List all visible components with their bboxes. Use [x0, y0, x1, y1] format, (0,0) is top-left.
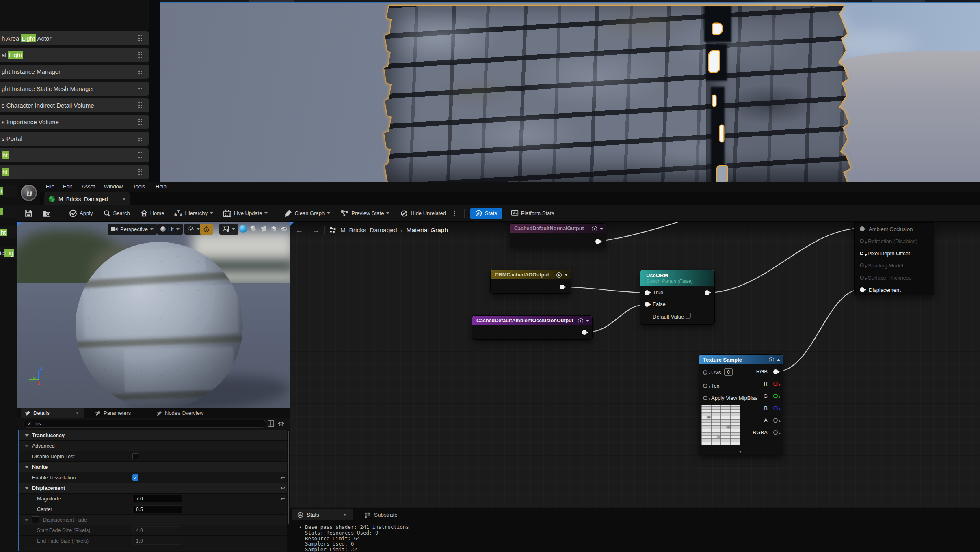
list-item[interactable]: s Importance Volume — [0, 115, 149, 129]
category-displacement-fade[interactable]: Displacement Fade — [19, 515, 289, 525]
category-displacement[interactable]: Displacement↩ — [19, 483, 289, 494]
pin-displacement[interactable] — [860, 287, 865, 292]
menu-file[interactable]: File — [46, 183, 54, 190]
save-button[interactable] — [25, 209, 32, 217]
input-pin-uvs[interactable] — [703, 370, 707, 375]
output-pin[interactable] — [705, 290, 710, 295]
drag-handle-icon[interactable] — [138, 85, 142, 93]
output-pin-a[interactable] — [773, 418, 778, 423]
clean-graph-dropdown[interactable]: Clean Graph — [284, 209, 330, 217]
output-pin-b[interactable] — [773, 406, 778, 410]
node-use-orm[interactable]: UseORM Switch Param (False) True False D… — [640, 270, 714, 324]
screenshot-dropdown[interactable] — [219, 224, 238, 235]
center-input[interactable]: 0.5 — [132, 505, 182, 513]
node-cached-default-ambient-occlusion-output[interactable]: CachedDefaultAmbientOcclusionOutput — [472, 316, 592, 339]
node-orm-cached-ao-output[interactable]: ORMCachedAOOutput — [491, 270, 571, 293]
clear-search-icon[interactable]: ✕ — [27, 421, 31, 427]
stats-toggle-button[interactable]: Stats — [470, 208, 502, 219]
reset-to-default-icon[interactable]: ↩ — [281, 496, 285, 502]
input-pin-true[interactable] — [645, 290, 649, 295]
category-advanced[interactable]: Advanced — [19, 441, 289, 451]
advanced-view-icon[interactable] — [592, 226, 597, 231]
disable-depth-test-checkbox[interactable] — [132, 453, 138, 459]
tab-substrate[interactable]: Substrate — [360, 509, 402, 520]
menu-asset[interactable]: Asset — [82, 183, 95, 190]
list-item-partial[interactable]: ht — [0, 226, 17, 238]
advanced-view-icon[interactable] — [578, 318, 583, 323]
list-item[interactable]: ht — [0, 148, 149, 162]
advanced-view-icon[interactable] — [556, 272, 562, 278]
home-button[interactable]: Home — [141, 210, 164, 217]
chevron-down-icon[interactable] — [565, 274, 568, 276]
material-preview-viewport[interactable]: Perspective Lit — [17, 222, 290, 408]
node-texture-sample[interactable]: Texture Sample UVs 0 Tex Apply View MipB… — [699, 355, 783, 455]
breadcrumb-asset[interactable]: M_Bricks_Damaged — [340, 226, 397, 234]
collapse-arrow-icon[interactable] — [25, 519, 29, 521]
drag-handle-icon[interactable] — [138, 51, 142, 59]
pin-pixel-depth-offset[interactable] — [860, 252, 863, 255]
drag-handle-icon[interactable] — [138, 101, 142, 109]
tab-details[interactable]: Details × — [21, 408, 84, 418]
list-item-partial[interactable]: ic Lig — [0, 247, 17, 259]
list-item[interactable]: h Area Light Actor — [0, 31, 149, 45]
overflow-menu-icon[interactable]: ⋮ — [452, 210, 458, 217]
lit-mode-dropdown[interactable]: Lit — [157, 224, 183, 235]
drag-handle-icon[interactable] — [138, 151, 142, 159]
scrollbar-thumb[interactable] — [288, 431, 289, 524]
preview-state-dropdown[interactable]: Preview State — [341, 210, 389, 217]
category-translucency[interactable]: Translucency — [19, 430, 289, 441]
drag-handle-icon[interactable] — [138, 168, 142, 176]
chevron-down-icon[interactable] — [586, 320, 589, 322]
advanced-view-icon[interactable] — [769, 357, 774, 362]
pin-surface-thickness[interactable] — [860, 276, 864, 280]
tab-stats[interactable]: Stats × — [292, 509, 353, 520]
reset-to-default-icon[interactable]: ↩ — [281, 474, 285, 481]
apply-button[interactable]: Apply — [69, 209, 93, 218]
pin-row-shading-model[interactable]: Shading Model — [855, 259, 934, 272]
menu-tools[interactable]: Tools — [133, 183, 145, 190]
browse-asset-button[interactable] — [42, 209, 51, 217]
hierarchy-dropdown[interactable]: Hierarchy — [174, 210, 213, 217]
input-pin-tex[interactable] — [703, 384, 707, 388]
tab-nodes-overview[interactable]: Nodes Overview — [152, 408, 208, 418]
preview-shape-cylinder-button[interactable] — [249, 225, 258, 233]
pin-ambient-occlusion[interactable] — [860, 226, 865, 231]
close-icon[interactable]: × — [76, 410, 79, 416]
preview-shape-custom-button[interactable] — [280, 225, 288, 233]
asset-tab[interactable]: M_Bricks_Damaged × — [44, 192, 130, 205]
output-pin[interactable] — [582, 330, 587, 335]
pin-row-ambient-occlusion[interactable]: Ambient Occlusion — [855, 223, 934, 235]
list-item[interactable]: ght Instance Manager — [0, 65, 149, 79]
pin-shading-model[interactable] — [860, 263, 864, 267]
collapse-arrow-icon[interactable] — [25, 445, 29, 447]
preview-shape-plane-button[interactable] — [260, 225, 268, 233]
details-scrollbar[interactable] — [287, 430, 290, 551]
list-item[interactable]: s Character Indirect Detail Volume — [0, 98, 149, 112]
hide-unrelated-button[interactable]: Hide Unrelated — [400, 210, 446, 217]
live-update-dropdown[interactable]: Live Update — [223, 209, 268, 217]
node-material-result[interactable]: Ambient Occlusion Refraction (Disabled) … — [855, 223, 934, 295]
preview-shape-cube-button[interactable] — [270, 225, 278, 233]
drag-handle-icon[interactable] — [138, 135, 142, 142]
tab-parameters[interactable]: Parameters — [91, 408, 135, 418]
preview-shape-sphere-button[interactable] — [239, 225, 248, 233]
selected-brick-wall-mesh[interactable] — [381, 6, 857, 182]
preview-state-active-button[interactable] — [200, 224, 213, 235]
close-icon[interactable]: × — [122, 196, 125, 202]
search-button[interactable]: Search — [104, 210, 130, 217]
category-nanite[interactable]: Nanite — [19, 462, 289, 472]
details-search-input[interactable]: ✕ dis — [23, 420, 266, 428]
forward-button[interactable]: → — [312, 226, 319, 235]
uvs-value-box[interactable]: 0 — [724, 368, 733, 376]
displacement-fade-checkbox[interactable] — [32, 516, 39, 523]
column-view-icon[interactable] — [268, 420, 274, 427]
chevron-up-icon[interactable] — [777, 359, 780, 361]
drag-handle-icon[interactable] — [138, 118, 142, 126]
list-item-partial[interactable] — [0, 205, 17, 218]
magnitude-input[interactable]: 7.0 — [132, 495, 182, 502]
input-pin-false[interactable] — [645, 302, 649, 307]
collapse-arrow-icon[interactable] — [25, 434, 29, 437]
level-viewport[interactable] — [149, 0, 980, 182]
default-value-checkbox[interactable] — [685, 313, 691, 319]
list-item[interactable]: s Portal — [0, 132, 149, 146]
